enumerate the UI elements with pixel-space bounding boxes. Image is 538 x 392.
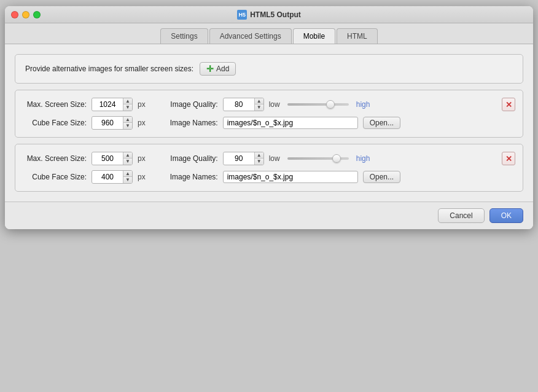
panel2-max-screen-label: Max. Screen Size: <box>25 154 87 163</box>
tab-mobile[interactable]: Mobile <box>293 28 335 44</box>
panel1-px-label1: px <box>138 100 146 109</box>
add-button-label: Add <box>216 65 229 73</box>
panel2-image-names-label: Image Names: <box>163 173 218 181</box>
panel1-quality-up[interactable]: ▲ <box>255 98 263 104</box>
panel1-cube-stepper: ▲ ▼ <box>123 117 132 129</box>
panel2-max-screen-down[interactable]: ▼ <box>123 159 132 165</box>
panel2-max-screen-stepper: ▲ ▼ <box>123 152 132 165</box>
panel1-quality-label: Image Quality: <box>163 100 218 109</box>
main-window: H5 HTML5 Output Settings Advanced Settin… <box>5 6 533 229</box>
panel1-max-screen-stepper: ▲ ▼ <box>123 98 132 111</box>
panel2-high-label: high <box>356 154 370 163</box>
window-title: HTML5 Output <box>250 10 301 19</box>
panel2-cube-down[interactable]: ▼ <box>123 177 132 183</box>
panel1-cube-input[interactable] <box>92 117 123 128</box>
config-panel-1: Max. Screen Size: ▲ ▼ px Image Quality: … <box>15 90 523 138</box>
panel2-row1: Max. Screen Size: ▲ ▼ px Image Quality: … <box>25 152 513 165</box>
minimize-button[interactable] <box>22 11 29 18</box>
tab-advanced-settings[interactable]: Advanced Settings <box>209 28 292 44</box>
app-icon: H5 <box>237 10 247 20</box>
panel1-quality-stepper: ▲ ▼ <box>254 98 263 111</box>
panel2-row2: Cube Face Size: ▲ ▼ px Image Names: Open… <box>25 170 513 184</box>
panel2-cube-up[interactable]: ▲ <box>123 171 132 177</box>
panel2-max-screen-input[interactable] <box>92 153 123 164</box>
panel1-cube-input-wrapper: ▲ ▼ <box>92 116 133 130</box>
close-button[interactable] <box>11 11 18 18</box>
panel2-low-label: low <box>269 154 280 163</box>
add-icon: ✛ <box>206 65 214 73</box>
panel1-max-screen-input-wrapper: ▲ ▼ <box>92 98 133 111</box>
tab-settings[interactable]: Settings <box>160 28 208 44</box>
panel1-px-label2: px <box>138 119 146 127</box>
panel1-high-label: high <box>356 100 370 109</box>
alt-images-label: Provide alternative images for smaller s… <box>25 65 193 73</box>
panel1-delete-button[interactable]: ✕ <box>502 98 515 111</box>
panel2-quality-input-wrapper: ▲ ▼ <box>223 152 264 165</box>
panel1-quality-down[interactable]: ▼ <box>255 104 263 111</box>
panel2-px-label1: px <box>138 154 146 163</box>
panel1-cube-down[interactable]: ▼ <box>123 123 132 129</box>
cancel-button[interactable]: Cancel <box>438 208 484 223</box>
panel1-low-label: low <box>269 100 280 109</box>
maximize-button[interactable] <box>33 11 41 18</box>
panel2-slider-thumb[interactable] <box>332 154 341 163</box>
panel2-quality-stepper: ▲ ▼ <box>254 152 263 165</box>
footer: Cancel OK <box>5 202 533 229</box>
panel2-quality-up[interactable]: ▲ <box>255 152 263 159</box>
panel1-row2: Cube Face Size: ▲ ▼ px Image Names: Open… <box>25 116 513 130</box>
ok-button[interactable]: OK <box>489 208 523 223</box>
panel2-px-label2: px <box>138 173 146 181</box>
panel1-max-screen-up[interactable]: ▲ <box>123 98 132 104</box>
panel2-cube-stepper: ▲ ▼ <box>123 171 132 183</box>
panel1-max-screen-input[interactable] <box>92 99 123 110</box>
panel1-image-names-label: Image Names: <box>163 119 218 127</box>
panel2-quality-label: Image Quality: <box>163 154 218 163</box>
panel1-max-screen-label: Max. Screen Size: <box>25 100 87 109</box>
panel1-cube-label: Cube Face Size: <box>25 119 87 127</box>
panel1-image-names-input[interactable] <box>223 117 358 129</box>
panel2-quality-input[interactable] <box>224 153 254 164</box>
panel2-delete-button[interactable]: ✕ <box>502 152 515 165</box>
panel1-quality-input[interactable] <box>224 99 254 110</box>
panel1-quality-input-wrapper: ▲ ▼ <box>223 98 264 111</box>
panel2-cube-input[interactable] <box>92 171 123 182</box>
alt-images-section: Provide alternative images for smaller s… <box>15 54 523 84</box>
panel2-quality-down[interactable]: ▼ <box>255 159 263 165</box>
config-panel-2: Max. Screen Size: ▲ ▼ px Image Quality: … <box>15 144 523 192</box>
panel2-open-button[interactable]: Open... <box>363 171 400 183</box>
panel1-max-screen-down[interactable]: ▼ <box>123 104 132 111</box>
main-content: Provide alternative images for smaller s… <box>5 44 533 202</box>
panel1-open-button[interactable]: Open... <box>363 117 400 129</box>
panel2-max-screen-input-wrapper: ▲ ▼ <box>92 152 133 165</box>
tab-html[interactable]: HTML <box>337 28 378 44</box>
tabs-bar: Settings Advanced Settings Mobile HTML <box>5 23 533 44</box>
add-button[interactable]: ✛ Add <box>200 62 236 76</box>
title-bar: H5 HTML5 Output <box>5 6 533 23</box>
panel1-slider-thumb[interactable] <box>326 100 335 109</box>
panel2-cube-label: Cube Face Size: <box>25 173 87 181</box>
panel1-quality-slider[interactable] <box>287 103 349 106</box>
panel2-image-names-input[interactable] <box>223 171 358 183</box>
panel1-cube-up[interactable]: ▲ <box>123 117 132 123</box>
panel2-max-screen-up[interactable]: ▲ <box>123 152 132 159</box>
traffic-lights <box>11 11 41 18</box>
panel2-cube-input-wrapper: ▲ ▼ <box>92 170 133 184</box>
panel2-quality-slider[interactable] <box>287 157 349 160</box>
panel1-row1: Max. Screen Size: ▲ ▼ px Image Quality: … <box>25 98 513 111</box>
window-title-container: H5 HTML5 Output <box>237 10 301 20</box>
